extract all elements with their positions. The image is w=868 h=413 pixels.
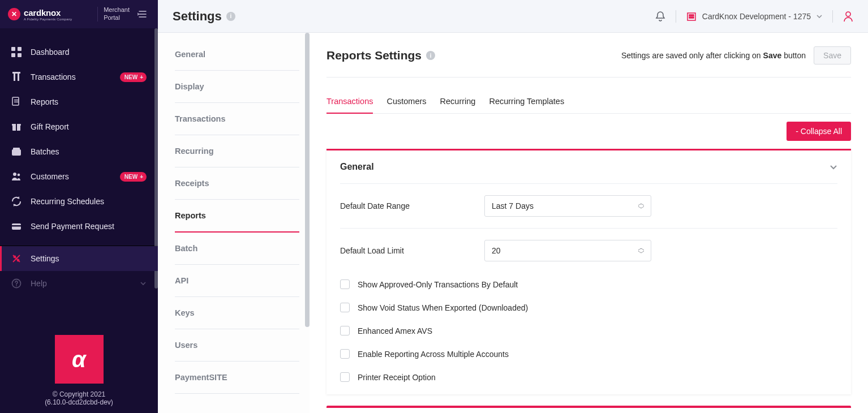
svg-rect-8 — [14, 100, 19, 101]
gift-icon — [11, 122, 22, 132]
org-name: CardKnox Development - 1275 — [702, 12, 811, 21]
sidebar: ✕ cardknox A Fidelity Payments Company M… — [0, 0, 158, 413]
check-label: Printer Receipt Option — [358, 373, 436, 382]
save-button[interactable]: Save — [814, 46, 851, 64]
settings-nav-receipts[interactable]: Receipts — [175, 167, 299, 200]
settings-scrollbar[interactable] — [305, 33, 310, 327]
sidebar-nav: Dashboard Transactions NEW+ Reports Gift… — [0, 28, 158, 335]
checkbox[interactable] — [340, 326, 350, 335]
svg-point-15 — [13, 173, 16, 176]
reports-icon — [11, 97, 22, 107]
badge-text: NEW — [124, 74, 137, 80]
sidebar-item-gift-report[interactable]: Gift Report — [0, 114, 158, 139]
save-hint-prefix: Settings are saved only after clicking o… — [621, 51, 763, 60]
page-title: Settings i — [173, 9, 235, 24]
info-icon[interactable]: i — [426, 51, 435, 60]
recurring-icon — [11, 196, 22, 206]
svg-rect-13 — [12, 149, 21, 156]
check-row-multi-account: Enable Reporting Across Multiple Account… — [340, 342, 837, 365]
svg-rect-7 — [12, 97, 19, 105]
logo-mark-icon: ✕ — [8, 8, 20, 20]
settings-icon — [11, 253, 22, 264]
sidebar-collapse-icon[interactable] — [135, 8, 150, 20]
svg-point-20 — [18, 260, 19, 261]
check-row-amex-avs: Enhanced Amex AVS — [340, 319, 837, 342]
user-icon[interactable] — [843, 11, 853, 22]
bell-icon[interactable] — [655, 11, 665, 22]
nav-label: Dashboard — [31, 48, 147, 57]
tab-recurring-templates[interactable]: Recurring Templates — [489, 90, 564, 113]
settings-nav-transactions[interactable]: Transactions — [175, 103, 299, 135]
sidebar-item-transactions[interactable]: Transactions NEW+ — [0, 64, 158, 89]
brand-logo[interactable]: ✕ cardknox A Fidelity Payments Company — [8, 8, 92, 21]
sidebar-item-help[interactable]: Help — [0, 271, 158, 296]
content: General Display Transactions Recurring R… — [158, 33, 868, 413]
content-area: Reports Settings i Settings are saved on… — [310, 33, 868, 413]
sidebar-item-customers[interactable]: Customers NEW+ — [0, 164, 158, 189]
topbar-right: CardKnox Development - 1275 — [655, 10, 853, 23]
svg-rect-4 — [14, 73, 15, 81]
nav-label: Help — [31, 279, 131, 288]
brand-tagline: A Fidelity Payments Company — [24, 18, 72, 21]
sidebar-item-send-payment[interactable]: Send Payment Request — [0, 214, 158, 239]
checkbox[interactable] — [340, 349, 350, 359]
settings-nav-keys[interactable]: Keys — [175, 297, 299, 329]
customers-icon — [11, 171, 22, 182]
checkbox[interactable] — [340, 279, 350, 289]
batches-icon — [11, 147, 22, 157]
sidebar-footer: α © Copyright 2021 (6.10.0-dcd2dcbd-dev) — [0, 335, 158, 413]
svg-rect-12 — [16, 124, 17, 131]
nav-label: Batches — [31, 147, 147, 156]
save-hint: Settings are saved only after clicking o… — [621, 51, 806, 60]
check-row-printer-receipt: Printer Receipt Option — [340, 365, 837, 389]
tab-recurring[interactable]: Recurring — [440, 90, 476, 113]
org-selector[interactable]: CardKnox Development - 1275 — [686, 11, 822, 21]
svg-rect-5 — [18, 73, 19, 81]
checkbox[interactable] — [340, 303, 350, 312]
settings-nav-display[interactable]: Display — [175, 71, 299, 103]
plus-icon: + — [140, 174, 143, 180]
sidebar-item-settings[interactable]: Settings — [0, 246, 158, 271]
collapse-all-button[interactable]: - Collapse All — [787, 122, 851, 141]
tab-transactions[interactable]: Transactions — [326, 90, 373, 114]
tabs: Transactions Customers Recurring Recurri… — [326, 90, 851, 114]
select-default-date-range[interactable]: Last 7 Days — [484, 195, 651, 217]
settings-nav: General Display Transactions Recurring R… — [158, 33, 310, 413]
svg-rect-24 — [691, 15, 692, 16]
settings-nav-paymentsite[interactable]: PaymentSITE — [175, 362, 299, 394]
svg-point-29 — [846, 12, 850, 16]
save-hint-suffix: button — [781, 51, 806, 60]
panel-header[interactable]: General — [326, 150, 851, 183]
settings-nav-recurring[interactable]: Recurring — [175, 135, 299, 167]
checkbox[interactable] — [340, 372, 350, 382]
settings-nav-users[interactable]: Users — [175, 329, 299, 362]
settings-nav-batch[interactable]: Batch — [175, 233, 299, 265]
sidebar-item-dashboard[interactable]: Dashboard — [0, 40, 158, 64]
svg-rect-9 — [14, 102, 19, 103]
settings-nav-general[interactable]: General — [175, 38, 299, 71]
svg-rect-27 — [691, 17, 692, 18]
topbar: Settings i CardKnox Development - 1275 — [158, 0, 868, 33]
new-badge: NEW+ — [120, 72, 147, 82]
content-title: Reports Settings i — [326, 49, 435, 62]
portal-label: Merchant Portal — [104, 6, 130, 22]
sidebar-item-batches[interactable]: Batches — [0, 139, 158, 164]
svg-rect-14 — [13, 148, 20, 150]
check-label: Show Void Status When Exported (Download… — [358, 303, 528, 312]
select-value: 20 — [492, 246, 501, 255]
sidebar-item-recurring[interactable]: Recurring Schedules — [0, 189, 158, 214]
topbar-divider — [832, 10, 833, 23]
plus-icon: + — [140, 74, 143, 80]
main-area: Settings i CardKnox Development - 1275 G… — [158, 0, 868, 413]
check-label: Enhanced Amex AVS — [358, 326, 432, 335]
info-icon[interactable]: i — [226, 12, 235, 21]
logo-divider — [97, 7, 98, 21]
chevron-down-icon — [140, 281, 147, 286]
panel-next-indicator — [326, 406, 851, 408]
settings-nav-api[interactable]: API — [175, 265, 299, 297]
nav-label: Settings — [31, 254, 147, 263]
tab-customers[interactable]: Customers — [386, 90, 426, 113]
sidebar-item-reports[interactable]: Reports — [0, 89, 158, 114]
select-default-load-limit[interactable]: 20 — [484, 240, 651, 261]
settings-nav-reports[interactable]: Reports — [175, 200, 299, 233]
